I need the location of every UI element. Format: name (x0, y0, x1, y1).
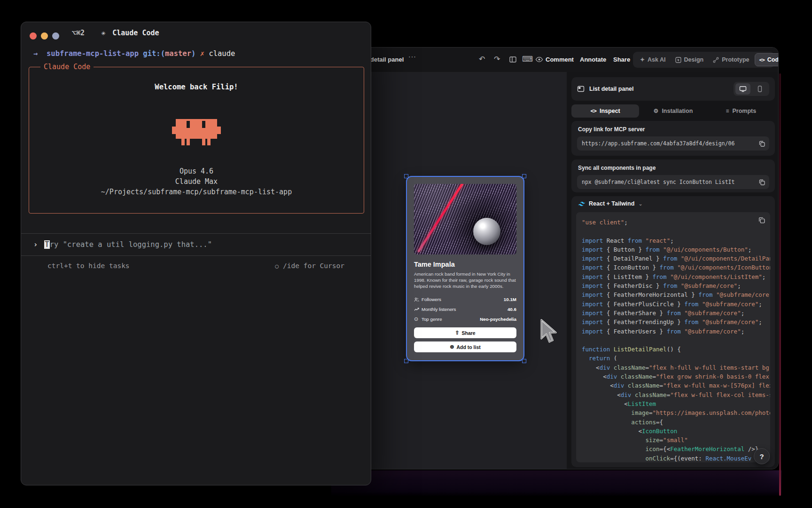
code-line: <div className="flex grow shrink-0 basis… (582, 372, 765, 381)
code-line: return ( (582, 354, 765, 363)
gear-icon: ⚙ (654, 108, 659, 114)
code-line: icon={<FeatherMoreHorizontal />} (582, 444, 765, 453)
welcome-message: Welcome back Filip! (29, 83, 364, 91)
code-line: actions={ (582, 418, 765, 427)
model-name: Opus 4.6 (29, 167, 364, 175)
sync-section: Sync all components in page npx @subfram… (571, 159, 775, 192)
artist-name: Tame Impala (414, 261, 516, 268)
framework-label: React + Tailwind (589, 200, 634, 207)
prompt-arrow: → (33, 49, 38, 58)
status-hint-left: ctrl+t to hide tasks (47, 262, 130, 270)
comment-button[interactable]: Comment (546, 56, 574, 63)
tab-shortcut: ⌥⌘2 (72, 29, 85, 37)
panel-tabs: <> Inspect ⚙ Installation ≡ Prompts (571, 104, 775, 118)
tab-ask-ai[interactable]: ✦ Ask AI (636, 53, 670, 66)
prompt-directory: subframe-mcp-list-app (47, 49, 139, 58)
selection-handle[interactable] (522, 359, 526, 363)
status-circle-icon: ○ (275, 262, 279, 270)
help-button[interactable]: ? (754, 448, 770, 464)
tab-inspect[interactable]: <> Inspect (571, 104, 639, 118)
code-line: import React from "react"; (582, 236, 765, 245)
tailwind-icon (578, 201, 586, 206)
status-hint-right: ○/ide for Cursor (275, 262, 344, 270)
mouse-cursor (539, 318, 560, 345)
share-icon: ⇧ (455, 330, 459, 336)
background-window-sliver (779, 73, 781, 496)
code-section: React + Tailwind ⌄ "use client"; import … (571, 196, 775, 467)
code-line: "use client"; (582, 218, 765, 227)
code-line: import { Button } from "@/ui/components/… (582, 245, 765, 254)
code-viewer[interactable]: "use client"; import React from "react";… (576, 212, 770, 462)
desktop-toggle-button[interactable] (735, 83, 750, 95)
terminal-input-line[interactable]: ›Try "create a util logging.py that..." (33, 240, 212, 249)
copy-icon[interactable] (758, 179, 765, 186)
copy-link-section: Copy link for MCP server https://app.sub… (571, 121, 775, 156)
stat-top-genre: ⊙ Top genre Neo-psychedelia (414, 314, 516, 324)
eye-icon[interactable] (535, 56, 543, 63)
sync-command-field[interactable]: npx @subframe/cli@latest sync IconButton… (577, 175, 769, 189)
design-cursor-icon (675, 57, 681, 63)
selection-handle[interactable] (404, 174, 408, 178)
copy-code-icon[interactable] (758, 216, 765, 224)
zoom-window-button[interactable] (52, 32, 59, 40)
code-lines: "use client"; import React from "react";… (582, 218, 765, 462)
annotate-button[interactable]: Annotate (580, 56, 606, 63)
prototype-node-icon (713, 57, 719, 63)
window-controls (30, 32, 59, 40)
tab-code[interactable]: <> Code (755, 53, 779, 66)
disc-icon: ⊙ (414, 316, 422, 322)
keyboard-icon[interactable]: ⌨ (522, 55, 533, 64)
code-line: <ListItem (582, 399, 765, 408)
tab-prompts[interactable]: ≡ Prompts (707, 104, 775, 118)
sync-label: Sync all components in page (578, 165, 656, 171)
undo-icon[interactable]: ↶ (479, 55, 485, 64)
code-line: import { DetailPanel } from "@/ui/compon… (582, 254, 765, 263)
shell-prompt-line: → subframe-mcp-list-app git:(master) ✗ c… (33, 49, 235, 58)
terminal-window: ⌥⌘2 ✳ Claude Code → subframe-mcp-list-ap… (21, 22, 371, 485)
inspect-code-icon: <> (591, 108, 596, 114)
design-toolbar: List detail panel ··· ↶ ↷ ⌨ Comment Anno… (329, 48, 778, 72)
code-line: import { FeatherUsers } from "@subframe/… (582, 327, 765, 336)
album-art-sphere (473, 218, 500, 245)
share-card-button[interactable]: ⇧ Share (414, 327, 516, 338)
layout-panel-icon[interactable] (509, 56, 517, 64)
copy-icon[interactable] (758, 140, 765, 147)
minimize-window-button[interactable] (41, 32, 48, 40)
artist-card-component[interactable]: Tame Impala American rock band formed in… (407, 177, 523, 360)
code-line: import { ListItem } from "@/ui/component… (582, 272, 765, 281)
divider (21, 233, 371, 234)
code-line: function ListDetailPanel() { (582, 345, 765, 354)
claude-robot-logo (172, 119, 221, 145)
tab-prototype[interactable]: Prototype (709, 53, 753, 66)
terminal-titlebar: ⌥⌘2 ✳ Claude Code (72, 29, 159, 37)
album-art-image (414, 184, 516, 254)
claude-code-banner-box: Claude Code Welcome back Filip! Opus 4.6… (29, 67, 364, 214)
panel-layout-icon (577, 85, 585, 93)
tab-design[interactable]: Design (671, 53, 708, 66)
text-cursor: T (44, 240, 49, 249)
code-brackets-icon: <> (759, 57, 765, 63)
git-branch: master (165, 49, 191, 58)
typed-command: claude (209, 49, 235, 58)
code-line: import { FeatherDisc } from "@subframe/c… (582, 281, 765, 290)
mobile-toggle-button[interactable] (752, 83, 767, 95)
redo-icon[interactable]: ↷ (494, 55, 500, 64)
mcp-server-url-field[interactable]: https://app.subframe.com/4abfa37a8df4/de… (577, 136, 769, 151)
tab-installation[interactable]: ⚙ Installation (639, 104, 707, 118)
share-button[interactable]: Share (613, 56, 630, 63)
terminal-title: Claude Code (112, 29, 159, 37)
add-to-list-button[interactable]: ⊕ Add to list (414, 341, 516, 352)
copy-link-label: Copy link for MCP server (578, 126, 645, 133)
sync-command: npx @subframe/cli@latest sync IconButton… (582, 179, 756, 185)
device-toggle (734, 82, 769, 96)
framework-selector[interactable]: React + Tailwind ⌄ (578, 200, 643, 207)
close-window-button[interactable] (30, 32, 37, 40)
more-menu-icon[interactable]: ··· (408, 53, 416, 60)
stat-monthly-listeners: Monthly listeners 40.6 (414, 304, 516, 314)
design-app-window: List detail panel ··· ↶ ↷ ⌨ Comment Anno… (329, 47, 779, 469)
selection-handle[interactable] (522, 174, 526, 178)
divider (21, 255, 371, 256)
selection-handle[interactable] (404, 359, 408, 363)
code-line: <div className="flex w-full flex-col ite… (582, 390, 765, 399)
plus-circle-icon: ⊕ (450, 344, 454, 350)
